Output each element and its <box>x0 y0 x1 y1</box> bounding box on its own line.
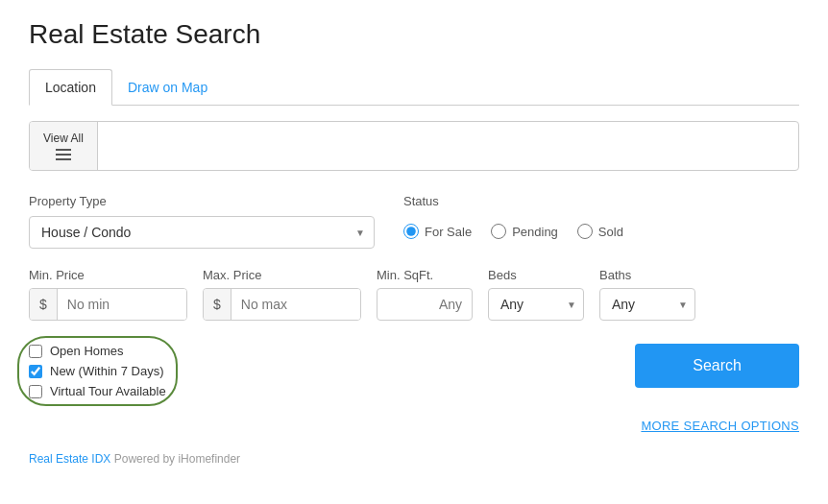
footer: Real Estate IDX Powered by iHomefinder <box>29 452 799 466</box>
beds-select-wrapper: Any 1+ 2+ 3+ 4+ 5+ <box>488 288 584 321</box>
min-price-group: Min. Price $ <box>29 268 187 321</box>
radio-sold[interactable]: Sold <box>577 224 623 239</box>
radio-for-sale-input[interactable] <box>403 224 419 239</box>
checkbox-new-7-days-label: New (Within 7 Days) <box>50 364 163 378</box>
checkbox-new-7-days[interactable]: New (Within 7 Days) <box>29 364 166 378</box>
min-sqft-label: Min. SqFt. <box>377 268 473 282</box>
max-price-group: Max. Price $ <box>203 268 361 321</box>
radio-sold-input[interactable] <box>577 224 593 239</box>
property-type-label: Property Type <box>29 194 375 208</box>
baths-select-wrapper: Any 1+ 2+ 3+ 4+ <box>599 288 695 321</box>
radio-pending[interactable]: Pending <box>491 224 558 239</box>
checkbox-open-homes-input[interactable] <box>29 345 42 358</box>
radio-for-sale[interactable]: For Sale <box>403 224 472 239</box>
min-price-input[interactable] <box>58 289 186 320</box>
min-price-prefix: $ <box>30 289 58 320</box>
search-button[interactable]: Search <box>635 344 799 388</box>
property-type-select-wrapper: House / Condo Condo House Townhouse Land… <box>29 216 375 249</box>
checkbox-virtual-tour-label: Virtual Tour Available <box>50 384 166 398</box>
property-type-select[interactable]: House / Condo Condo House Townhouse Land… <box>29 216 375 249</box>
tab-location[interactable]: Location <box>29 69 112 106</box>
tabs: Location Draw on Map <box>29 69 799 106</box>
checkboxes-section: Open Homes New (Within 7 Days) Virtual T… <box>29 344 166 398</box>
view-all-button[interactable]: View All <box>30 122 98 170</box>
beds-group: Beds Any 1+ 2+ 3+ 4+ 5+ <box>488 268 584 321</box>
beds-label: Beds <box>488 268 584 282</box>
radio-pending-label: Pending <box>512 225 558 239</box>
view-all-label: View All <box>43 132 84 145</box>
location-input[interactable] <box>98 129 798 163</box>
checkbox-virtual-tour[interactable]: Virtual Tour Available <box>29 384 166 398</box>
baths-group: Baths Any 1+ 2+ 3+ 4+ <box>599 268 695 321</box>
page-title: Real Estate Search <box>29 19 799 50</box>
radio-sold-label: Sold <box>598 225 623 239</box>
property-type-section: Property Type House / Condo Condo House … <box>29 194 375 249</box>
more-search-options-link[interactable]: MORE SEARCH OPTIONS <box>641 419 799 433</box>
min-price-input-wrapper: $ <box>29 288 187 321</box>
max-price-input-wrapper: $ <box>203 288 361 321</box>
status-radio-group: For Sale Pending Sold <box>403 216 799 239</box>
footer-idxlink[interactable]: Real Estate IDX <box>29 452 110 466</box>
checkbox-virtual-tour-input[interactable] <box>29 385 42 398</box>
min-sqft-input[interactable] <box>377 288 473 321</box>
max-price-label: Max. Price <box>203 268 361 282</box>
more-options-row: MORE SEARCH OPTIONS <box>29 418 799 433</box>
bottom-row: Open Homes New (Within 7 Days) Virtual T… <box>29 344 799 398</box>
footer-powered-by: Powered by iHomefinder <box>114 452 240 466</box>
checkbox-open-homes[interactable]: Open Homes <box>29 344 166 358</box>
baths-label: Baths <box>599 268 695 282</box>
radio-pending-input[interactable] <box>491 224 506 239</box>
filters-row: Min. Price $ Max. Price $ Min. SqFt. Bed… <box>29 268 799 321</box>
property-status-row: Property Type House / Condo Condo House … <box>29 194 799 249</box>
min-sqft-group: Min. SqFt. <box>377 268 473 321</box>
status-section: Status For Sale Pending Sold <box>403 194 799 239</box>
hamburger-icon <box>56 149 71 160</box>
tab-draw-on-map[interactable]: Draw on Map <box>112 69 223 105</box>
min-price-label: Min. Price <box>29 268 187 282</box>
beds-select[interactable]: Any 1+ 2+ 3+ 4+ 5+ <box>488 288 584 321</box>
baths-select[interactable]: Any 1+ 2+ 3+ 4+ <box>599 288 695 321</box>
checkbox-new-7-days-input[interactable] <box>29 365 42 378</box>
status-label: Status <box>403 194 799 208</box>
max-price-input[interactable] <box>231 289 360 320</box>
radio-for-sale-label: For Sale <box>425 225 472 239</box>
location-bar: View All <box>29 121 799 171</box>
checkbox-open-homes-label: Open Homes <box>50 344 124 358</box>
max-price-prefix: $ <box>204 289 231 320</box>
